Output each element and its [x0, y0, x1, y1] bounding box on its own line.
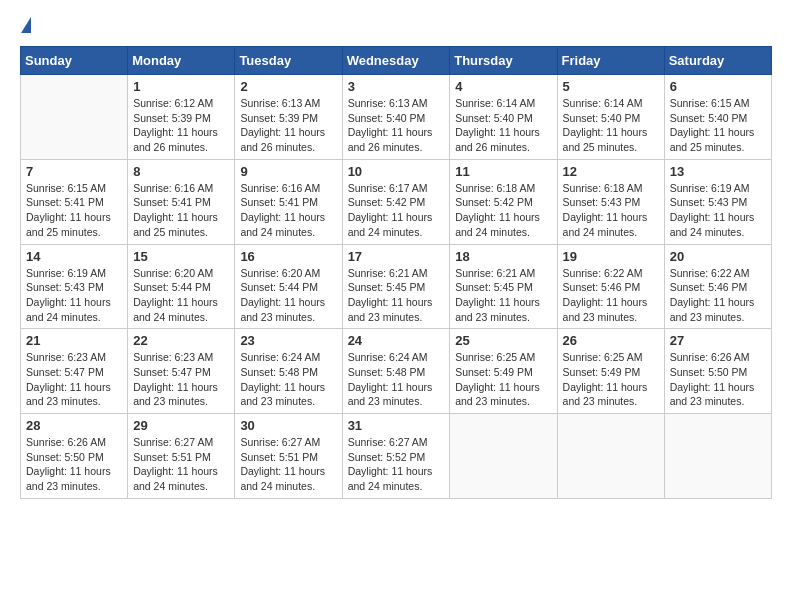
- day-info: Sunrise: 6:14 AM Sunset: 5:40 PM Dayligh…: [563, 96, 659, 155]
- day-info: Sunrise: 6:12 AM Sunset: 5:39 PM Dayligh…: [133, 96, 229, 155]
- calendar-week-5: 28Sunrise: 6:26 AM Sunset: 5:50 PM Dayli…: [21, 414, 772, 499]
- calendar-cell: 27Sunrise: 6:26 AM Sunset: 5:50 PM Dayli…: [664, 329, 771, 414]
- day-number: 15: [133, 249, 229, 264]
- day-info: Sunrise: 6:13 AM Sunset: 5:40 PM Dayligh…: [348, 96, 445, 155]
- day-info: Sunrise: 6:17 AM Sunset: 5:42 PM Dayligh…: [348, 181, 445, 240]
- calendar-cell: 4Sunrise: 6:14 AM Sunset: 5:40 PM Daylig…: [450, 75, 557, 160]
- logo-triangle-icon: [21, 17, 31, 33]
- calendar-table: SundayMondayTuesdayWednesdayThursdayFrid…: [20, 46, 772, 499]
- calendar-cell: 10Sunrise: 6:17 AM Sunset: 5:42 PM Dayli…: [342, 159, 450, 244]
- calendar-week-3: 14Sunrise: 6:19 AM Sunset: 5:43 PM Dayli…: [21, 244, 772, 329]
- calendar-cell: 24Sunrise: 6:24 AM Sunset: 5:48 PM Dayli…: [342, 329, 450, 414]
- day-number: 24: [348, 333, 445, 348]
- day-number: 7: [26, 164, 122, 179]
- calendar-cell: 29Sunrise: 6:27 AM Sunset: 5:51 PM Dayli…: [128, 414, 235, 499]
- day-number: 31: [348, 418, 445, 433]
- page-header: [20, 20, 772, 36]
- day-number: 12: [563, 164, 659, 179]
- day-info: Sunrise: 6:25 AM Sunset: 5:49 PM Dayligh…: [455, 350, 551, 409]
- day-number: 5: [563, 79, 659, 94]
- calendar-cell: 21Sunrise: 6:23 AM Sunset: 5:47 PM Dayli…: [21, 329, 128, 414]
- calendar-cell: 22Sunrise: 6:23 AM Sunset: 5:47 PM Dayli…: [128, 329, 235, 414]
- calendar-cell: 15Sunrise: 6:20 AM Sunset: 5:44 PM Dayli…: [128, 244, 235, 329]
- day-info: Sunrise: 6:23 AM Sunset: 5:47 PM Dayligh…: [133, 350, 229, 409]
- day-info: Sunrise: 6:16 AM Sunset: 5:41 PM Dayligh…: [240, 181, 336, 240]
- day-info: Sunrise: 6:13 AM Sunset: 5:39 PM Dayligh…: [240, 96, 336, 155]
- calendar-cell: 19Sunrise: 6:22 AM Sunset: 5:46 PM Dayli…: [557, 244, 664, 329]
- calendar-cell: 25Sunrise: 6:25 AM Sunset: 5:49 PM Dayli…: [450, 329, 557, 414]
- day-number: 28: [26, 418, 122, 433]
- weekday-header-friday: Friday: [557, 47, 664, 75]
- day-info: Sunrise: 6:19 AM Sunset: 5:43 PM Dayligh…: [26, 266, 122, 325]
- calendar-cell: 12Sunrise: 6:18 AM Sunset: 5:43 PM Dayli…: [557, 159, 664, 244]
- calendar-cell: 26Sunrise: 6:25 AM Sunset: 5:49 PM Dayli…: [557, 329, 664, 414]
- day-info: Sunrise: 6:26 AM Sunset: 5:50 PM Dayligh…: [26, 435, 122, 494]
- day-info: Sunrise: 6:14 AM Sunset: 5:40 PM Dayligh…: [455, 96, 551, 155]
- calendar-cell: 5Sunrise: 6:14 AM Sunset: 5:40 PM Daylig…: [557, 75, 664, 160]
- calendar-cell: 6Sunrise: 6:15 AM Sunset: 5:40 PM Daylig…: [664, 75, 771, 160]
- day-info: Sunrise: 6:15 AM Sunset: 5:40 PM Dayligh…: [670, 96, 766, 155]
- day-number: 14: [26, 249, 122, 264]
- day-info: Sunrise: 6:24 AM Sunset: 5:48 PM Dayligh…: [348, 350, 445, 409]
- calendar-cell: 2Sunrise: 6:13 AM Sunset: 5:39 PM Daylig…: [235, 75, 342, 160]
- day-info: Sunrise: 6:16 AM Sunset: 5:41 PM Dayligh…: [133, 181, 229, 240]
- day-info: Sunrise: 6:19 AM Sunset: 5:43 PM Dayligh…: [670, 181, 766, 240]
- day-info: Sunrise: 6:21 AM Sunset: 5:45 PM Dayligh…: [348, 266, 445, 325]
- calendar-cell: 11Sunrise: 6:18 AM Sunset: 5:42 PM Dayli…: [450, 159, 557, 244]
- calendar-cell: 13Sunrise: 6:19 AM Sunset: 5:43 PM Dayli…: [664, 159, 771, 244]
- day-number: 21: [26, 333, 122, 348]
- weekday-header-thursday: Thursday: [450, 47, 557, 75]
- calendar-week-4: 21Sunrise: 6:23 AM Sunset: 5:47 PM Dayli…: [21, 329, 772, 414]
- day-info: Sunrise: 6:20 AM Sunset: 5:44 PM Dayligh…: [133, 266, 229, 325]
- calendar-cell: [21, 75, 128, 160]
- day-info: Sunrise: 6:27 AM Sunset: 5:52 PM Dayligh…: [348, 435, 445, 494]
- weekday-header-tuesday: Tuesday: [235, 47, 342, 75]
- day-number: 27: [670, 333, 766, 348]
- day-number: 3: [348, 79, 445, 94]
- calendar-cell: [557, 414, 664, 499]
- calendar-week-1: 1Sunrise: 6:12 AM Sunset: 5:39 PM Daylig…: [21, 75, 772, 160]
- calendar-cell: 31Sunrise: 6:27 AM Sunset: 5:52 PM Dayli…: [342, 414, 450, 499]
- day-info: Sunrise: 6:27 AM Sunset: 5:51 PM Dayligh…: [133, 435, 229, 494]
- calendar-cell: 16Sunrise: 6:20 AM Sunset: 5:44 PM Dayli…: [235, 244, 342, 329]
- day-info: Sunrise: 6:26 AM Sunset: 5:50 PM Dayligh…: [670, 350, 766, 409]
- day-number: 10: [348, 164, 445, 179]
- calendar-cell: 30Sunrise: 6:27 AM Sunset: 5:51 PM Dayli…: [235, 414, 342, 499]
- calendar-cell: 17Sunrise: 6:21 AM Sunset: 5:45 PM Dayli…: [342, 244, 450, 329]
- day-number: 19: [563, 249, 659, 264]
- day-number: 11: [455, 164, 551, 179]
- weekday-header-saturday: Saturday: [664, 47, 771, 75]
- calendar-cell: 14Sunrise: 6:19 AM Sunset: 5:43 PM Dayli…: [21, 244, 128, 329]
- day-info: Sunrise: 6:21 AM Sunset: 5:45 PM Dayligh…: [455, 266, 551, 325]
- day-number: 9: [240, 164, 336, 179]
- day-number: 17: [348, 249, 445, 264]
- day-number: 30: [240, 418, 336, 433]
- day-number: 2: [240, 79, 336, 94]
- day-number: 1: [133, 79, 229, 94]
- day-number: 16: [240, 249, 336, 264]
- weekday-header-wednesday: Wednesday: [342, 47, 450, 75]
- day-info: Sunrise: 6:22 AM Sunset: 5:46 PM Dayligh…: [563, 266, 659, 325]
- day-number: 26: [563, 333, 659, 348]
- day-number: 8: [133, 164, 229, 179]
- calendar-cell: 7Sunrise: 6:15 AM Sunset: 5:41 PM Daylig…: [21, 159, 128, 244]
- day-info: Sunrise: 6:22 AM Sunset: 5:46 PM Dayligh…: [670, 266, 766, 325]
- day-number: 18: [455, 249, 551, 264]
- day-info: Sunrise: 6:23 AM Sunset: 5:47 PM Dayligh…: [26, 350, 122, 409]
- day-info: Sunrise: 6:18 AM Sunset: 5:42 PM Dayligh…: [455, 181, 551, 240]
- weekday-header-sunday: Sunday: [21, 47, 128, 75]
- day-number: 23: [240, 333, 336, 348]
- calendar-cell: 9Sunrise: 6:16 AM Sunset: 5:41 PM Daylig…: [235, 159, 342, 244]
- day-number: 6: [670, 79, 766, 94]
- calendar-cell: 20Sunrise: 6:22 AM Sunset: 5:46 PM Dayli…: [664, 244, 771, 329]
- day-info: Sunrise: 6:25 AM Sunset: 5:49 PM Dayligh…: [563, 350, 659, 409]
- calendar-cell: 23Sunrise: 6:24 AM Sunset: 5:48 PM Dayli…: [235, 329, 342, 414]
- calendar-cell: [664, 414, 771, 499]
- day-number: 25: [455, 333, 551, 348]
- calendar-cell: 18Sunrise: 6:21 AM Sunset: 5:45 PM Dayli…: [450, 244, 557, 329]
- calendar-cell: [450, 414, 557, 499]
- calendar-cell: 3Sunrise: 6:13 AM Sunset: 5:40 PM Daylig…: [342, 75, 450, 160]
- calendar-cell: 8Sunrise: 6:16 AM Sunset: 5:41 PM Daylig…: [128, 159, 235, 244]
- calendar-cell: 1Sunrise: 6:12 AM Sunset: 5:39 PM Daylig…: [128, 75, 235, 160]
- calendar-week-2: 7Sunrise: 6:15 AM Sunset: 5:41 PM Daylig…: [21, 159, 772, 244]
